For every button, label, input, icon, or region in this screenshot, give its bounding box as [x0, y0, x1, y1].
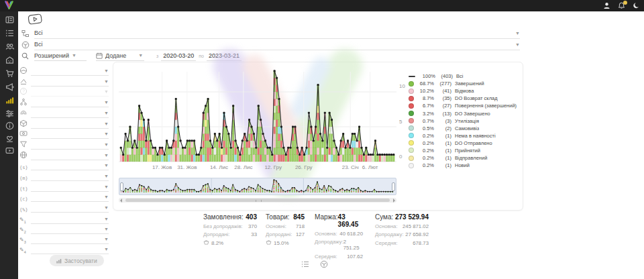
filter-dropdown[interactable]: ▼: [31, 151, 109, 160]
date-to-input[interactable]: 2023-03-21: [207, 50, 241, 61]
filter-dropdown[interactable]: ▼: [31, 182, 109, 192]
sidebar-item-orders[interactable]: [5, 30, 14, 39]
filter-row-website[interactable]: ▼: [19, 152, 109, 160]
stat-value: 273 529.94: [395, 213, 429, 221]
filter-row-payment[interactable]: ▼: [19, 130, 109, 139]
filter-dropdown[interactable]: ▼: [31, 245, 109, 254]
notifications-bell-icon[interactable]: [617, 2, 625, 10]
filter-category-row[interactable]: Всі▼: [20, 28, 520, 38]
filter-row-utm-medium[interactable]: {m}▼: [19, 172, 109, 181]
filter-dropdown[interactable]: ▼: [31, 161, 109, 170]
legend-label: DO Возврат склад: [455, 95, 498, 101]
filter-dropdown[interactable]: ▼: [31, 140, 109, 150]
filter-row-utm-content[interactable]: {c}▼: [19, 193, 109, 202]
filter-row-product[interactable]: ▼: [19, 120, 109, 129]
scrollbar-thumb[interactable]: [125, 199, 390, 202]
sidebar-item-marketing[interactable]: [5, 83, 14, 93]
search-mode-select[interactable]: Розширений▼: [34, 50, 87, 61]
apply-filters-button[interactable]: Застосувати: [50, 255, 104, 266]
sidebar-item-partnership[interactable]: [5, 135, 14, 144]
scroll-left-icon[interactable]: [120, 199, 122, 203]
legend-item[interactable]: 0.5%(2)Самовивіз: [409, 125, 519, 132]
filter-row-order-source[interactable]: ▼: [19, 67, 109, 76]
filter-row-custom-field-2[interactable]: ✎2▼: [19, 225, 109, 234]
chart-range-minimap[interactable]: [119, 178, 396, 195]
filter-dropdown[interactable]: ▼: [31, 66, 109, 76]
legend-label: Самовивіз: [455, 125, 479, 131]
filter-dropdown[interactable]: ▼: [31, 129, 109, 139]
orders-timeline-chart[interactable]: [119, 66, 396, 164]
filter-dropdown[interactable]: ▼: [31, 192, 109, 202]
theme-toggle-moon-icon[interactable]: [632, 2, 640, 10]
filter-row-funnel-stage[interactable]: ▼: [19, 78, 109, 87]
filter-dropdown[interactable]: ▼: [31, 225, 109, 234]
sidebar-item-video-tutorials[interactable]: [5, 147, 14, 156]
legend-item[interactable]: 10.2%(41)Відмова: [409, 87, 519, 95]
range-handle-left[interactable]: [120, 182, 123, 191]
date-field-select[interactable]: Додане▼: [96, 50, 144, 61]
legend-item[interactable]: 0.2%(1)Прийнятий: [409, 147, 519, 154]
stat-value: 403: [246, 213, 257, 221]
legend-item[interactable]: 8.7%(35)DO Возврат склад: [409, 95, 519, 102]
chevron-down-icon: ▼: [104, 184, 109, 189]
legend-item[interactable]: 0.2%(1)Відправлений: [409, 154, 519, 162]
chart-horizontal-scrollbar[interactable]: [119, 198, 396, 203]
sidebar-item-dashboard[interactable]: [5, 16, 14, 25]
filter-dropdown[interactable]: ▼: [31, 87, 109, 97]
sidebar-item-analytics[interactable]: [5, 97, 14, 106]
filter-row-custom-field-3[interactable]: ✎3▼: [19, 235, 109, 244]
scroll-right-icon[interactable]: [393, 199, 395, 203]
legend-count: (403): [435, 73, 453, 79]
filter-row-help[interactable]: ?▼: [19, 88, 109, 97]
orders-list-view-icon[interactable]: [301, 259, 309, 271]
legend-item[interactable]: 0.2%(1)Новий: [409, 162, 519, 169]
filter-row-structure[interactable]: ▼: [19, 99, 109, 107]
filter-row-funnel[interactable]: ▼: [19, 141, 109, 150]
sidebar-item-info[interactable]: [5, 122, 14, 131]
product-filter-value[interactable]: Всі: [34, 41, 513, 48]
filter-dropdown[interactable]: ▼: [31, 77, 109, 87]
legend-item[interactable]: 100%(403)Всі: [409, 72, 519, 80]
legend-label: Утилізація: [455, 118, 479, 124]
legend-item[interactable]: 0.2%(1)DO Отправлено: [409, 140, 519, 147]
legend-item[interactable]: 0.7%(3)Утилізація: [409, 117, 519, 125]
filter-dropdown[interactable]: ▼: [31, 203, 109, 213]
chevron-down-icon: ▼: [104, 237, 109, 241]
filter-row-utm-campaign[interactable]: {%}▼: [19, 204, 109, 213]
date-from-input[interactable]: 2020-03-20: [161, 50, 196, 61]
chevron-down-icon: ▼: [104, 153, 109, 158]
filter-product-row[interactable]: Всі▼: [20, 40, 520, 50]
filter-dropdown[interactable]: ▼: [31, 172, 109, 181]
category-filter-value[interactable]: Всі: [34, 30, 513, 36]
legend-item[interactable]: 0.2%(1)Нема в наявності: [409, 132, 519, 140]
filter-dropdown[interactable]: ▼: [31, 215, 109, 224]
search-icon[interactable]: [20, 52, 30, 60]
stat-sub-label: Допродажу:: [375, 231, 404, 237]
filter-row-utm-term[interactable]: {t}▼: [19, 183, 109, 192]
filter-dropdown[interactable]: ▼: [31, 119, 109, 129]
legend-item[interactable]: 6.7%(27)Повернення (завершений): [409, 102, 519, 109]
video-hint-icon[interactable]: [28, 13, 43, 28]
chevron-down-icon: ▼: [104, 121, 109, 126]
filter-row-identity[interactable]: ▼: [19, 109, 109, 118]
user-icon[interactable]: [602, 2, 610, 10]
sidebar-item-procurement[interactable]: [5, 70, 14, 79]
heart-hand-icon: [5, 133, 14, 146]
legend-item[interactable]: 3.2%(13)DO Завершено: [409, 109, 519, 117]
products-view-icon[interactable]: [320, 259, 328, 271]
identity-icon: [19, 109, 28, 118]
legend-label: Новий: [455, 162, 470, 168]
sidebar-item-warehouse[interactable]: [5, 56, 14, 66]
filter-dropdown[interactable]: ▼: [31, 98, 109, 107]
filter-row-custom-field-1[interactable]: ✎1▼: [19, 215, 109, 224]
range-handle-right[interactable]: [392, 182, 395, 191]
filter-dropdown[interactable]: ▼: [31, 235, 109, 244]
filter-row-custom-field-4[interactable]: ✎4▼: [19, 245, 109, 254]
chevron-down-icon: ▼: [104, 111, 109, 115]
filter-dropdown[interactable]: ▼: [31, 109, 109, 118]
filter-row-utm-source[interactable]: {s}▼: [19, 162, 109, 170]
sidebar-item-integrations[interactable]: [5, 110, 14, 119]
sidebar-item-clients[interactable]: [5, 43, 14, 52]
svg-text:?: ?: [22, 89, 25, 94]
legend-item[interactable]: 68.7%(277)Завершений: [409, 80, 519, 87]
